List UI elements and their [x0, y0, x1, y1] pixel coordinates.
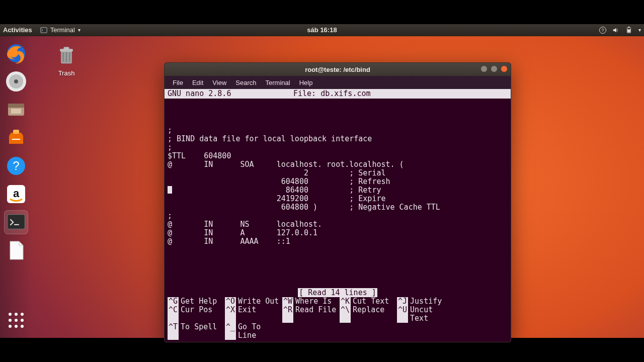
gnome-top-bar: Activities Terminal ▾ sáb 16:18 ? ▾: [0, 24, 644, 36]
menu-terminal[interactable]: Terminal: [262, 77, 294, 88]
window-close-button[interactable]: [501, 65, 508, 72]
nano-help-entry: ^CCur Pos: [168, 306, 225, 323]
svg-rect-23: [66, 53, 67, 62]
clock[interactable]: sáb 16:18: [307, 26, 337, 34]
window-titlebar[interactable]: root@teste: /etc/bind: [165, 63, 511, 76]
svg-rect-11: [13, 130, 19, 134]
dock-software[interactable]: [4, 126, 28, 150]
app-menu-terminal[interactable]: Terminal ▾: [40, 26, 80, 34]
nano-help-entry: ^UUncut Text: [397, 306, 454, 323]
svg-text:a: a: [13, 187, 20, 200]
nano-help-entry: ^OWrite Out: [225, 297, 282, 306]
activities-button[interactable]: Activities: [3, 26, 32, 34]
svg-rect-21: [64, 47, 69, 50]
window-minimize-button[interactable]: [480, 65, 488, 72]
svg-rect-2: [628, 27, 630, 28]
svg-rect-0: [41, 27, 47, 33]
dock-files[interactable]: [4, 98, 28, 122]
trash-icon: [55, 44, 77, 66]
menu-edit[interactable]: Edit: [188, 77, 207, 88]
trash-label: Trash: [48, 69, 85, 77]
nano-file: File: db.xifs.com: [293, 89, 508, 98]
nano-help-entry: ^GGet Help: [168, 297, 225, 306]
svg-rect-10: [11, 109, 21, 114]
menu-search[interactable]: Search: [231, 77, 260, 88]
nano-editor-body[interactable]: ; ; BIND data file for local loopback in…: [165, 99, 511, 263]
menu-help[interactable]: Help: [295, 77, 317, 88]
nano-help-entry: ^XExit: [225, 306, 282, 323]
nano-help-entry: ^\Replace: [340, 306, 397, 323]
dock-terminal[interactable]: [4, 210, 28, 234]
nano-help-entry: ^WWhere Is: [282, 297, 340, 306]
terminal-window: root@teste: /etc/bind File Edit View Sea…: [164, 62, 511, 342]
dock-help[interactable]: ?: [4, 154, 28, 178]
menu-file[interactable]: File: [169, 77, 187, 88]
app-menu-label: Terminal: [50, 26, 75, 34]
menu-view[interactable]: View: [208, 77, 230, 88]
terminal-content[interactable]: GNU nano 2.8.6 File: db.xifs.com ; ; BIN…: [165, 89, 511, 342]
dock-libreoffice[interactable]: [4, 238, 28, 262]
nano-help-entry: ^JJustify: [397, 297, 454, 306]
network-icon[interactable]: ?: [599, 27, 606, 34]
svg-point-7: [14, 79, 18, 83]
volume-icon[interactable]: [612, 27, 619, 34]
dock-amazon[interactable]: a: [4, 182, 28, 206]
nano-help-entry: ^KCut Text: [340, 297, 397, 306]
window-maximize-button[interactable]: [491, 65, 498, 72]
nano-help-bar: ^GGet Help ^OWrite Out ^WWhere Is ^KCut …: [165, 297, 511, 342]
nano-help-entry: ^RRead File: [282, 306, 340, 323]
svg-rect-3: [627, 29, 630, 32]
svg-rect-12: [12, 139, 20, 140]
window-title: root@teste: /etc/bind: [305, 66, 370, 73]
chevron-down-icon: ▾: [78, 27, 80, 33]
dock-rhythmbox[interactable]: [4, 69, 28, 94]
nano-version: GNU nano 2.8.6: [168, 89, 293, 98]
nano-help-entry: ^_Go To Line: [225, 323, 282, 340]
svg-text:?: ?: [13, 159, 19, 172]
nano-help-entry: ^TTo Spell: [168, 323, 225, 340]
svg-rect-22: [63, 53, 64, 62]
battery-icon[interactable]: [625, 27, 632, 34]
text-cursor: [168, 186, 172, 194]
system-menu-caret[interactable]: ▾: [638, 27, 641, 33]
nano-header: GNU nano 2.8.6 File: db.xifs.com: [165, 89, 511, 99]
svg-rect-9: [8, 104, 24, 108]
show-applications-button[interactable]: [9, 313, 24, 328]
launcher-dock: ? a: [0, 36, 32, 338]
nano-status: [ Read 14 lines ]: [165, 289, 511, 297]
svg-rect-18: [14, 224, 19, 225]
svg-rect-24: [69, 53, 70, 62]
terminal-menubar: File Edit View Search Terminal Help: [165, 76, 511, 89]
desktop-trash[interactable]: Trash: [48, 44, 85, 77]
svg-rect-17: [8, 215, 25, 229]
dock-firefox[interactable]: [4, 41, 28, 65]
